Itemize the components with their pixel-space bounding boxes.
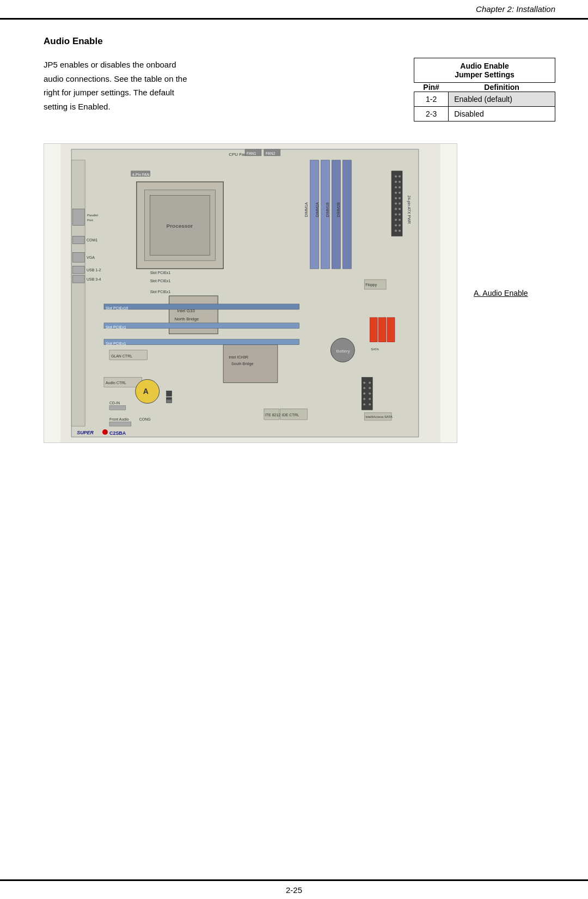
svg-text:CD-IN: CD-IN [109, 401, 120, 405]
svg-point-101 [369, 403, 371, 405]
svg-rect-2 [71, 160, 85, 426]
jumper-settings-table: Audio Enable Jumper Settings Pin# Defini… [414, 58, 555, 122]
svg-point-45 [395, 218, 397, 221]
svg-text:Slot PCIEx16: Slot PCIEx16 [106, 306, 128, 310]
svg-point-51 [399, 192, 401, 194]
section-title: Audio Enable [44, 36, 555, 47]
svg-rect-74 [109, 422, 131, 426]
pin-2-3: 2-3 [414, 107, 449, 122]
svg-text:IDE CTRL: IDE CTRL [282, 413, 299, 417]
svg-point-43 [395, 208, 397, 210]
svg-point-53 [399, 203, 401, 205]
def-disabled: Disabled [449, 107, 555, 122]
main-content: Audio Enable JP5 enables or disables the… [0, 20, 588, 476]
svg-point-94 [363, 387, 365, 389]
table-main-header: Audio Enable Jumper Settings [414, 58, 555, 83]
svg-rect-103 [378, 318, 386, 342]
svg-text:ITE 8212: ITE 8212 [265, 413, 280, 417]
svg-text:Parallel: Parallel [87, 214, 98, 217]
table-row: 1-2 Enabled (default) [414, 92, 555, 107]
svg-point-112 [102, 429, 108, 435]
col-pin-header: Pin# [414, 83, 449, 92]
svg-text:DIMM1A: DIMM1A [304, 202, 308, 217]
svg-rect-34 [342, 160, 351, 269]
svg-rect-76 [104, 323, 299, 329]
desc-line2: audio connections. See the table on the [44, 74, 187, 83]
svg-point-49 [399, 181, 401, 183]
svg-rect-78 [104, 304, 299, 309]
svg-point-97 [369, 392, 371, 394]
svg-point-44 [395, 214, 397, 216]
svg-text:Slot PCIEx1: Slot PCIEx1 [150, 290, 171, 294]
svg-text:IntelliAccess SATA: IntelliAccess SATA [365, 415, 393, 418]
svg-text:South Bridge: South Bridge [231, 362, 253, 366]
svg-point-99 [369, 398, 371, 400]
svg-rect-72 [109, 405, 126, 410]
description-text: JP5 enables or disables the onboard audi… [44, 58, 392, 122]
svg-point-92 [363, 381, 365, 384]
svg-point-55 [399, 214, 401, 216]
svg-rect-102 [370, 318, 377, 342]
footer-page-number: 2-25 [286, 885, 302, 895]
svg-point-46 [395, 224, 397, 226]
svg-point-47 [395, 229, 397, 232]
svg-text:DIMM2B: DIMM2B [336, 202, 340, 217]
svg-rect-80 [104, 339, 299, 345]
svg-text:4-Pin FAN: 4-Pin FAN [132, 173, 150, 177]
svg-text:Intel ICH9R: Intel ICH9R [229, 355, 248, 359]
svg-rect-104 [387, 318, 395, 342]
svg-point-48 [399, 175, 401, 178]
svg-text:Slot PCIEx1: Slot PCIEx1 [106, 342, 126, 345]
svg-text:A: A [143, 387, 149, 396]
svg-point-52 [399, 197, 401, 199]
svg-text:VGA: VGA [87, 256, 95, 259]
diagram-container: VGA COM1 USB 1-2 USB 3-4 Parallel Port P [44, 143, 457, 443]
diagram-section: VGA COM1 USB 1-2 USB 3-4 Parallel Port P [44, 143, 555, 443]
svg-text:CONG: CONG [139, 417, 151, 421]
svg-point-100 [363, 403, 365, 405]
svg-text:Front Audio: Front Audio [109, 417, 129, 421]
pin-1-2: 1-2 [414, 92, 449, 107]
svg-point-95 [369, 387, 371, 389]
svg-point-40 [395, 192, 397, 194]
svg-point-57 [399, 224, 401, 226]
svg-rect-84 [167, 391, 172, 396]
motherboard-svg: VGA COM1 USB 1-2 USB 3-4 Parallel Port P [44, 144, 457, 442]
svg-text:CPU Fan: CPU Fan [229, 152, 247, 157]
svg-text:SATA: SATA [371, 348, 379, 351]
svg-point-41 [395, 197, 397, 199]
svg-point-38 [395, 181, 397, 183]
svg-text:FAN1: FAN1 [247, 151, 256, 155]
svg-point-54 [399, 208, 401, 210]
svg-text:Audio CTRL: Audio CTRL [106, 381, 126, 385]
svg-rect-86 [167, 399, 172, 403]
desc-line4: setting is Enabled. [44, 102, 111, 111]
svg-text:Floppy: Floppy [365, 283, 377, 287]
svg-rect-3 [72, 252, 84, 262]
top-section: JP5 enables or disables the onboard audi… [44, 58, 555, 122]
svg-point-39 [395, 186, 397, 189]
svg-point-37 [395, 175, 397, 178]
diagram-caption: A. Audio Enable [474, 289, 528, 297]
svg-text:USB 3-4: USB 3-4 [87, 277, 101, 281]
svg-text:24-pin ATX PWR: 24-pin ATX PWR [407, 196, 411, 224]
svg-text:Slot PCIEx1: Slot PCIEx1 [150, 279, 171, 283]
svg-point-93 [369, 381, 371, 384]
svg-text:Processor: Processor [167, 223, 193, 229]
svg-point-58 [399, 229, 401, 232]
svg-point-50 [399, 186, 401, 189]
svg-point-96 [363, 392, 365, 394]
svg-rect-5 [72, 236, 84, 244]
table-row: 2-3 Disabled [414, 107, 555, 122]
col-def-header: Definition [449, 83, 555, 92]
svg-point-98 [363, 398, 365, 400]
svg-text:C2SBA: C2SBA [109, 430, 126, 436]
svg-text:DIMM2A: DIMM2A [315, 202, 319, 217]
svg-rect-9 [72, 275, 84, 283]
svg-text:COM1: COM1 [87, 238, 97, 242]
svg-text:North Bridge: North Bridge [175, 317, 199, 321]
header-bar: Chapter 2: Installation [0, 0, 588, 20]
header-title: Chapter 2: Installation [476, 4, 555, 14]
svg-text:Battery: Battery [336, 349, 350, 354]
svg-text:Slot PCIEx1: Slot PCIEx1 [150, 271, 171, 275]
